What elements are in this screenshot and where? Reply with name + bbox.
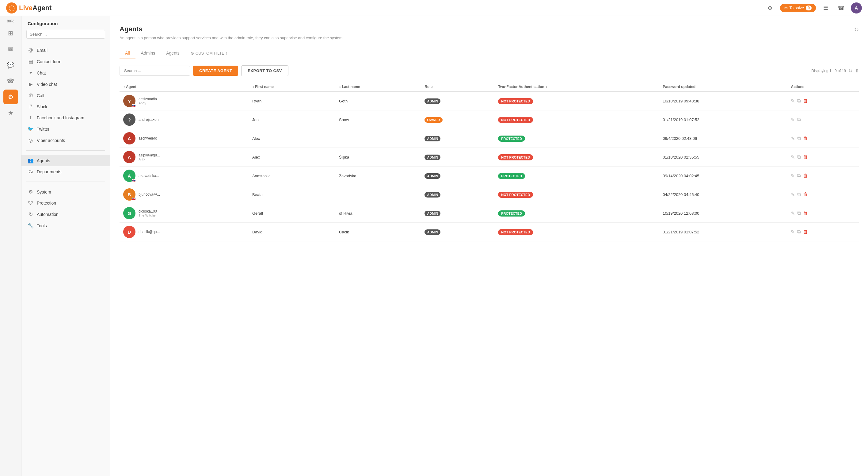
edit-icon[interactable]: ✎ <box>791 154 795 160</box>
sidebar-item-protection[interactable]: 🛡 Protection <box>22 198 110 209</box>
edit-icon[interactable]: ✎ <box>791 136 795 141</box>
to-solve-button[interactable]: ✉ To solve 9 <box>780 4 816 12</box>
col-lastname[interactable]: ↕ Last name <box>335 82 421 92</box>
sidebar-search-input[interactable] <box>26 30 105 39</box>
icon-bar-settings[interactable]: ⚙ <box>3 90 18 104</box>
icon-bar-favorites[interactable]: ★ <box>3 106 18 120</box>
protection-badge: NOT PROTECTED <box>498 117 533 123</box>
copy-icon[interactable]: ⧉ <box>797 136 801 141</box>
edit-icon[interactable]: ✎ <box>791 192 795 198</box>
agent-password-updated: 01/10/2020 02:35:55 <box>659 148 787 167</box>
agent-role: ADMIN <box>421 223 494 241</box>
tab-custom-filter[interactable]: ⊙ CUSTOM FILTER <box>185 48 233 59</box>
sidebar-item-email[interactable]: @ Email <box>22 45 110 56</box>
sidebar-item-agents[interactable]: 👥 Agents <box>22 155 110 166</box>
sidebar-item-system[interactable]: ⚙ System <box>22 186 110 198</box>
agent-username: asipka@qu... <box>138 153 160 157</box>
to-solve-badge: 9 <box>806 5 812 10</box>
copy-icon[interactable]: ⧉ <box>797 154 801 160</box>
delete-icon[interactable]: 🗑 <box>803 192 808 197</box>
sidebar-item-email-label: Email <box>37 48 48 53</box>
sidebar-item-chat[interactable]: ✦ Chat <box>22 67 110 79</box>
sidebar-item-departments[interactable]: 🗂 Departments <box>22 166 110 177</box>
agent-lastname: Cacik <box>335 223 421 241</box>
agent-lastname <box>335 185 421 204</box>
sidebar-item-tools[interactable]: 🔧 Tools <box>22 220 110 231</box>
agent-password-updated: 09/14/2020 04:02:45 <box>659 167 787 185</box>
agent-lastname: Snow <box>335 111 421 129</box>
role-badge: ADMIN <box>425 173 440 179</box>
agent-username: azavadska... <box>138 174 159 178</box>
delete-icon[interactable]: 🗑 <box>803 98 808 104</box>
sidebar-item-automation[interactable]: ↻ Automation <box>22 209 110 220</box>
sidebar-item-departments-label: Departments <box>37 169 61 174</box>
toolbar: CREATE AGENT EXPORT TO CSV Displaying 1 … <box>120 65 859 76</box>
download-icon[interactable]: ⬆ <box>855 68 859 73</box>
table-row: A aschweiero Alex ADMIN PROTECTED 09/4/2… <box>120 129 859 148</box>
sidebar-item-facebook[interactable]: f Facebook and Instagram <box>22 112 110 123</box>
agents-icon: 👥 <box>28 158 34 163</box>
edit-icon[interactable]: ✎ <box>791 210 795 216</box>
copy-icon[interactable]: ⧉ <box>797 98 801 104</box>
logo-text: LiveAgent <box>19 4 52 12</box>
copy-icon[interactable]: ⧉ <box>797 229 801 235</box>
create-agent-button[interactable]: CREATE AGENT <box>193 66 238 76</box>
email-icon: @ <box>28 48 34 53</box>
icon-bar-phone[interactable]: ☎ <box>3 73 18 88</box>
top-nav: ◯ LiveAgent ⊕ ✉ To solve 9 ☰ ☎ A <box>0 0 868 16</box>
delete-icon[interactable]: 🗑 <box>803 136 808 141</box>
export-csv-button[interactable]: EXPORT TO CSV <box>241 65 288 76</box>
agent-display-name: Alex <box>138 157 160 161</box>
sidebar-item-slack[interactable]: # Slack <box>22 101 110 112</box>
sidebar-item-video-chat-label: Video chat <box>37 82 57 87</box>
agent-role: ADMIN <box>421 129 494 148</box>
sidebar-item-twitter[interactable]: 🐦 Twitter <box>22 123 110 135</box>
chat-nav-button[interactable]: ☰ <box>820 2 831 13</box>
icon-bar-email[interactable]: ✉ <box>3 42 18 56</box>
sidebar-item-contact-form[interactable]: ▤ Contact form <box>22 56 110 67</box>
delete-icon[interactable]: 🗑 <box>803 210 808 216</box>
system-icon: ⚙ <box>28 189 34 195</box>
copy-icon[interactable]: ⧉ <box>797 173 801 179</box>
edit-icon[interactable]: ✎ <box>791 173 795 179</box>
col-firstname[interactable]: ↕ First name <box>249 82 335 92</box>
copy-icon[interactable]: ⧉ <box>797 192 801 197</box>
protection-badge: NOT PROTECTED <box>498 192 533 198</box>
agent-lastname: Šípka <box>335 148 421 167</box>
sidebar-item-viber[interactable]: ◎ Viber accounts <box>22 135 110 146</box>
sidebar-divider-1 <box>26 150 105 151</box>
sidebar-system-section: ⚙ System 🛡 Protection ↻ Automation 🔧 Too… <box>22 185 110 233</box>
copy-icon[interactable]: ⧉ <box>797 210 801 216</box>
twitter-icon: 🐦 <box>28 126 34 132</box>
agent-search-input[interactable] <box>120 66 190 76</box>
main-content: Agents An agent is a person who provides… <box>110 16 868 476</box>
edit-icon[interactable]: ✎ <box>791 98 795 104</box>
agent-firstname: Ryan <box>249 92 335 111</box>
col-agent[interactable]: ↑ Agent <box>120 82 249 92</box>
col-2fa[interactable]: Two-Factor Authentication ↕ <box>494 82 659 92</box>
phone-nav-button[interactable]: ☎ <box>836 2 846 13</box>
sidebar-item-protection-label: Protection <box>37 201 56 206</box>
user-avatar[interactable]: A <box>851 2 862 13</box>
agent-protection: PROTECTED <box>494 129 659 148</box>
delete-icon[interactable]: 🗑 <box>803 154 808 160</box>
edit-icon[interactable]: ✎ <box>791 229 795 235</box>
tab-admins[interactable]: Admins <box>135 48 161 59</box>
agents-table: ↑ Agent ↕ First name ↕ Last name Role Tw… <box>120 82 859 241</box>
sidebar-item-automation-label: Automation <box>37 212 59 217</box>
delete-icon[interactable]: 🗑 <box>803 229 808 235</box>
icon-bar-chat[interactable]: 💬 <box>3 58 18 72</box>
add-button[interactable]: ⊕ <box>765 2 776 13</box>
icon-bar-dashboard[interactable]: ⊞ <box>3 26 18 40</box>
sidebar-channels-section: @ Email ▤ Contact form ✦ Chat ▶ Video ch… <box>22 43 110 147</box>
tab-all[interactable]: All <box>120 48 135 59</box>
copy-icon[interactable]: ⧉ <box>797 117 801 122</box>
role-badge: ADMIN <box>425 155 440 160</box>
sidebar-item-call[interactable]: ✆ Call <box>22 90 110 101</box>
tab-agents[interactable]: Agents <box>161 48 185 59</box>
refresh-table-icon[interactable]: ↻ <box>848 68 852 73</box>
delete-icon[interactable]: 🗑 <box>803 173 808 179</box>
sidebar-item-video-chat[interactable]: ▶ Video chat <box>22 79 110 90</box>
edit-icon[interactable]: ✎ <box>791 117 795 123</box>
refresh-icon[interactable]: ↻ <box>854 26 859 33</box>
